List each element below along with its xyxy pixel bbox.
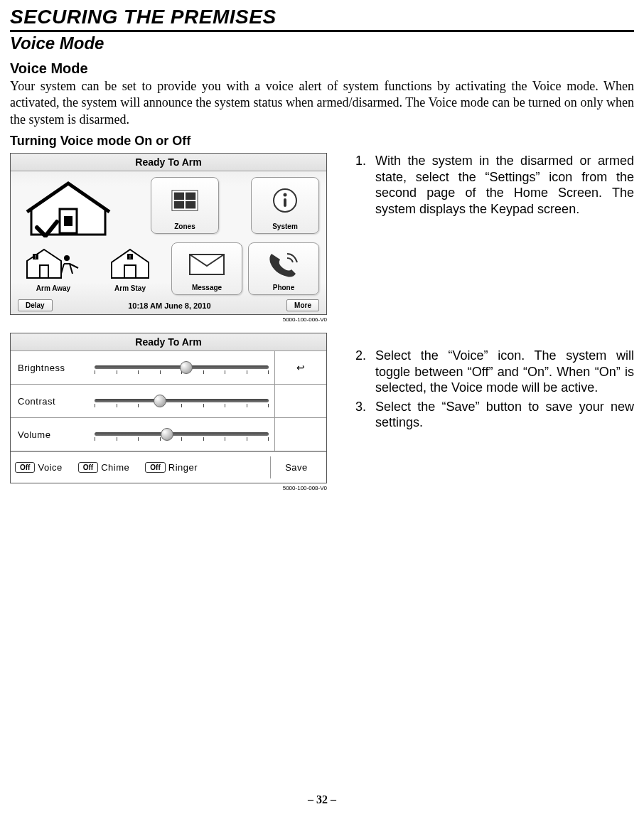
- save-button[interactable]: Save: [270, 456, 322, 478]
- svg-rect-17: [124, 265, 136, 278]
- status-line: 10:18 AM June 8, 2010: [57, 301, 282, 310]
- svg-rect-5: [186, 192, 195, 199]
- message-tile[interactable]: Message: [171, 242, 242, 295]
- system-label: System: [272, 223, 298, 230]
- arm-stay-label: Arm Stay: [114, 284, 146, 292]
- page-title: SECURING THE PREMISES: [10, 6, 634, 28]
- status-bar: Ready To Arm: [11, 154, 326, 171]
- arm-away-label: Arm Away: [36, 284, 70, 292]
- step-num: 1.: [355, 153, 375, 217]
- figure-caption-1: 5000-100-006-V0: [10, 316, 327, 323]
- arm-stay-tile[interactable]: ! Arm Stay: [95, 242, 166, 295]
- envelope-icon: [172, 243, 242, 284]
- zones-tile[interactable]: Zones: [151, 177, 219, 234]
- intro-paragraph: Your system can be set to provide you wi…: [10, 78, 634, 128]
- step-num: 2.: [355, 348, 375, 396]
- contrast-slider[interactable]: [95, 393, 269, 409]
- title-rule: [10, 30, 634, 32]
- phone-icon: [249, 243, 318, 284]
- section-subtitle: Voice Mode: [10, 33, 634, 53]
- arm-stay-icon: !: [95, 242, 166, 284]
- svg-rect-12: [40, 265, 48, 278]
- ringer-toggle-label: Ringer: [168, 462, 198, 473]
- svg-rect-2: [64, 216, 73, 226]
- step-text: Select the “Voice” icon. The system will…: [375, 348, 634, 396]
- phone-tile[interactable]: Phone: [248, 242, 319, 295]
- settings-screenshot: Ready To Arm Brightness ↩: [10, 333, 327, 483]
- delay-button[interactable]: Delay: [18, 299, 53, 311]
- brightness-label: Brightness: [11, 355, 95, 380]
- phone-label: Phone: [273, 284, 295, 291]
- step-num: 3.: [355, 399, 375, 431]
- arm-away-icon: !: [18, 242, 89, 284]
- zones-icon: [151, 178, 218, 223]
- svg-rect-10: [284, 198, 286, 207]
- volume-label: Volume: [11, 422, 95, 447]
- contrast-label: Contrast: [11, 389, 95, 414]
- step-1: 1. With the system in the disarmed or ar…: [355, 153, 634, 217]
- chime-toggle-label: Chime: [101, 462, 129, 473]
- svg-point-15: [64, 255, 70, 261]
- zones-label: Zones: [174, 223, 195, 230]
- step-2: 2. Select the “Voice” icon. The system w…: [355, 348, 634, 396]
- heading-voice-mode: Voice Mode: [10, 60, 634, 77]
- svg-rect-4: [174, 192, 184, 199]
- back-button[interactable]: ↩: [274, 351, 326, 384]
- keypad-home-screenshot: Ready To Arm: [10, 153, 327, 315]
- blank-btn-1[interactable]: [274, 385, 326, 417]
- ringer-toggle[interactable]: Off: [145, 462, 165, 473]
- more-button[interactable]: More: [286, 299, 319, 311]
- volume-slider[interactable]: [95, 427, 269, 442]
- arm-away-tile[interactable]: ! Arm Away: [18, 242, 89, 295]
- status-bar-2: Ready To Arm: [11, 333, 326, 351]
- house-status-icon: [18, 177, 119, 241]
- svg-rect-7: [186, 201, 195, 208]
- heading-turning-voice: Turning Voice mode On or Off: [10, 134, 634, 149]
- system-tile[interactable]: System: [251, 177, 319, 234]
- page-number: – 32 –: [0, 793, 644, 806]
- blank-btn-2[interactable]: [274, 418, 326, 451]
- message-label: Message: [192, 284, 222, 291]
- info-icon: [252, 178, 318, 223]
- brightness-slider[interactable]: [95, 360, 269, 375]
- voice-toggle-label: Voice: [38, 462, 62, 473]
- voice-toggle[interactable]: Off: [15, 462, 35, 473]
- step-text: Select the “Save” button to save your ne…: [375, 399, 634, 431]
- chime-toggle[interactable]: Off: [78, 462, 98, 473]
- step-text: With the system in the disarmed or armed…: [375, 153, 634, 217]
- svg-text:!: !: [35, 255, 36, 259]
- step-3: 3. Select the “Save” button to save your…: [355, 399, 634, 431]
- svg-text:!: !: [129, 255, 131, 259]
- figure-caption-2: 5000-100-008-V0: [10, 485, 327, 491]
- svg-point-9: [284, 193, 287, 196]
- svg-rect-6: [174, 201, 184, 208]
